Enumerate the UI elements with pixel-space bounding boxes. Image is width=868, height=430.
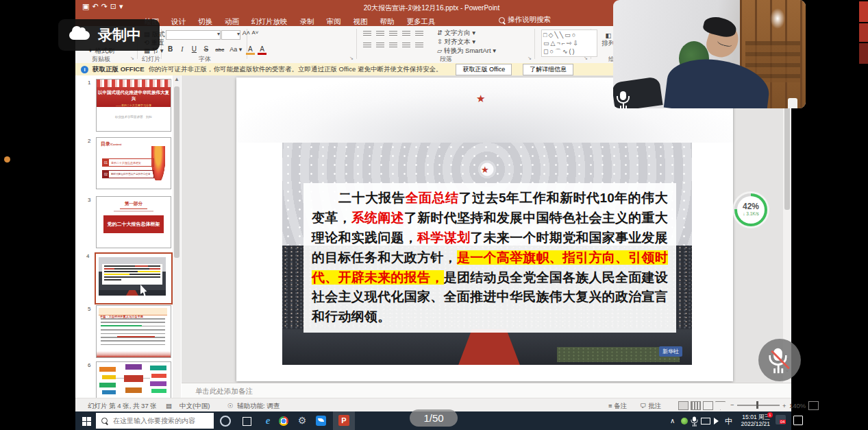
tell-me-search[interactable]: 操作说明搜索 xyxy=(499,15,551,25)
change-case-button[interactable]: Aa ▾ xyxy=(229,46,243,53)
zoom-in-button[interactable]: + xyxy=(782,402,786,409)
get-genuine-office-button[interactable]: 获取正版 Office xyxy=(456,64,512,75)
columns-icon[interactable] xyxy=(415,43,423,49)
decrease-indent-icon[interactable] xyxy=(389,31,397,37)
thumbnail-scrollbar[interactable]: ▲ xyxy=(173,75,181,398)
cortana-button[interactable] xyxy=(219,415,232,427)
task-view-button[interactable] xyxy=(241,416,252,427)
internet-explorer-button[interactable]: e xyxy=(262,414,274,427)
slideshow-view-button[interactable] xyxy=(715,401,726,410)
main-scrollbar[interactable]: ▲ ⌃ ⌄ xyxy=(783,75,791,383)
mini-line xyxy=(104,276,160,278)
mindmap-node xyxy=(125,364,142,370)
network-speed-widget[interactable]: 42% ↓ 3.1K/s xyxy=(734,193,767,226)
notes-pane[interactable]: 单击此处添加备注 xyxy=(182,383,791,398)
align-text-button[interactable]: ⇳ 对齐文本 ▾ xyxy=(437,38,475,47)
notes-toggle[interactable]: ≡ 备注 xyxy=(608,402,627,411)
thumb1-subtitle: ——党的二十大主题学习分享 xyxy=(97,104,171,107)
text-direction-button[interactable]: ⇵ 文字方向 ▾ xyxy=(437,29,475,38)
numbering-icon[interactable] xyxy=(376,31,384,37)
tray-antivirus-icon[interactable] xyxy=(681,418,688,425)
bold-button[interactable]: B xyxy=(166,45,175,53)
floating-dot[interactable] xyxy=(4,156,10,163)
thumbnail-slide-5[interactable]: 开篇：大会的召开意义与大会主题 xyxy=(96,305,171,358)
line-spacing-icon[interactable] xyxy=(415,31,423,37)
underline-button[interactable]: U xyxy=(190,45,199,53)
language-indicator[interactable]: 中文(中国) xyxy=(179,402,210,411)
comments-toggle[interactable]: 🗩 批注 xyxy=(640,402,661,411)
tray-volume-icon[interactable] xyxy=(714,418,722,425)
tray-display-icon[interactable] xyxy=(701,418,710,425)
learn-more-button[interactable]: 了解详细信息 xyxy=(523,64,573,75)
tray-clock[interactable]: 15:01 周三 2022/12/21 1 xyxy=(734,414,770,427)
fit-to-window-button[interactable] xyxy=(808,401,819,410)
align-left-icon[interactable] xyxy=(363,43,371,49)
drawing-dialog-launcher[interactable]: ↘ xyxy=(584,56,588,61)
action-center-icon[interactable] xyxy=(793,416,803,425)
tray-recorder-icon[interactable]: 04 xyxy=(776,415,786,425)
strikethrough-button[interactable]: S xyxy=(201,45,210,53)
justify-icon[interactable] xyxy=(402,43,410,49)
quick-access-toolbar[interactable]: ▣↶↷⊡▾ xyxy=(82,2,126,11)
align-center-icon[interactable] xyxy=(376,43,384,49)
taskbar-search-box[interactable] xyxy=(96,413,214,429)
bullets-icon[interactable] xyxy=(363,31,371,37)
mute-microphone-button[interactable] xyxy=(758,339,801,381)
shape-gallery-row[interactable]: ▭△¬⌐⇨⇩ xyxy=(543,39,595,47)
search-input[interactable] xyxy=(112,416,203,425)
mindmap-node xyxy=(102,375,116,379)
presenter-webcam-video[interactable] xyxy=(613,0,806,108)
italic-button[interactable]: I xyxy=(177,45,186,53)
align-right-icon[interactable] xyxy=(389,43,397,49)
thumbnail-slide-6[interactable] xyxy=(96,361,171,399)
font-name-combobox[interactable]: ▾ xyxy=(166,30,221,40)
spell-check-icon[interactable]: ▤ xyxy=(166,402,172,409)
thumbnail-slide-2[interactable]: 目录/Content 01 党的二十大报告总体框架 02 新时代新征程中国共产党… xyxy=(96,137,171,189)
shape-gallery-row[interactable]: ◻○⌒∿() xyxy=(543,47,595,56)
font-dialog-launcher[interactable]: ↘ xyxy=(349,56,354,61)
reading-view-button[interactable] xyxy=(703,401,713,410)
clear-formatting-button[interactable]: abc xyxy=(214,47,226,53)
slide-text-segment: 科学谋划 xyxy=(417,230,470,245)
slide-canvas[interactable]: ★ ★ 新华社 二十大报告全面总结了过去5年工作和新时代10年的伟大变革，系统阐… xyxy=(236,77,733,381)
normal-view-button[interactable] xyxy=(678,401,689,410)
undo-icon[interactable]: ↶ xyxy=(92,2,101,10)
start-button[interactable] xyxy=(78,416,95,427)
powerpoint-taskbar-button-active[interactable]: P xyxy=(333,411,355,430)
accessibility-status[interactable]: 辅助功能: 调查 xyxy=(237,402,280,411)
thumbnail-slide-3[interactable]: 第一部分 党的二十大报告总体框架 xyxy=(96,196,171,248)
font-color-button[interactable]: A xyxy=(258,45,266,55)
blue-app-button[interactable] xyxy=(315,415,327,427)
tray-expand-chevron[interactable]: ∧ xyxy=(670,417,675,425)
notice-message: 你的许可证并非正版，你可能是盗版软件的受害者。立即通过正版 Office 避免中… xyxy=(148,65,442,74)
redo-icon[interactable]: ↷ xyxy=(101,2,110,10)
tray-microphone-icon[interactable] xyxy=(693,416,696,423)
paragraph-dialog-launcher[interactable]: ↘ xyxy=(528,56,532,61)
slideshow-icon[interactable]: ⊡ xyxy=(110,2,119,10)
slide-text-box[interactable]: 二十大报告全面总结了过去5年工作和新时代10年的伟大变革，系统阐述了新时代坚持和… xyxy=(303,183,676,333)
highlight-color-button[interactable]: A xyxy=(246,45,255,55)
slide-thumbnail-panel: 1 以中国式现代化推进中华民族伟大复兴 ——党的二十大主题学习分享 职业技术学院… xyxy=(75,75,182,398)
shrink-font-button[interactable]: A˅ xyxy=(251,29,260,36)
increase-indent-icon[interactable] xyxy=(402,31,410,37)
tray-ime-indicator[interactable]: 中 xyxy=(725,416,732,427)
chrome-button[interactable] xyxy=(278,416,289,427)
font-size-combobox[interactable]: ▾ xyxy=(221,30,240,40)
shape-gallery-row[interactable]: □◇╲╲▭○ xyxy=(543,31,595,39)
settings-button[interactable]: ⚙ xyxy=(296,414,308,427)
scrollbar-thumb[interactable] xyxy=(174,86,179,258)
zoom-level[interactable]: 140% xyxy=(789,402,806,409)
shape-gallery[interactable]: □◇╲╲▭○▭△¬⌐⇨⇩◻○⌒∿() xyxy=(541,29,597,57)
thumbnail-slide-4-selected[interactable] xyxy=(95,252,173,304)
clipboard-dialog-launcher[interactable]: ↘ xyxy=(130,56,134,61)
zoom-slider-thumb[interactable] xyxy=(756,401,758,409)
zoom-slider-track[interactable] xyxy=(737,405,780,406)
save-icon[interactable]: ▣ xyxy=(82,2,92,10)
slide-sorter-view-button[interactable] xyxy=(691,401,701,410)
tray-time: 15:01 周三 xyxy=(734,414,770,420)
customize-qat-icon[interactable]: ▾ xyxy=(119,2,126,10)
scroll-up-arrow[interactable]: ▲ xyxy=(173,75,181,84)
grow-font-button[interactable]: A˄ xyxy=(242,29,251,36)
thumbnail-slide-1[interactable]: 以中国式现代化推进中华民族伟大复兴 ——党的二十大主题学习分享 职业技术学院宣讲… xyxy=(96,79,171,132)
zoom-out-button[interactable]: − xyxy=(730,401,734,409)
